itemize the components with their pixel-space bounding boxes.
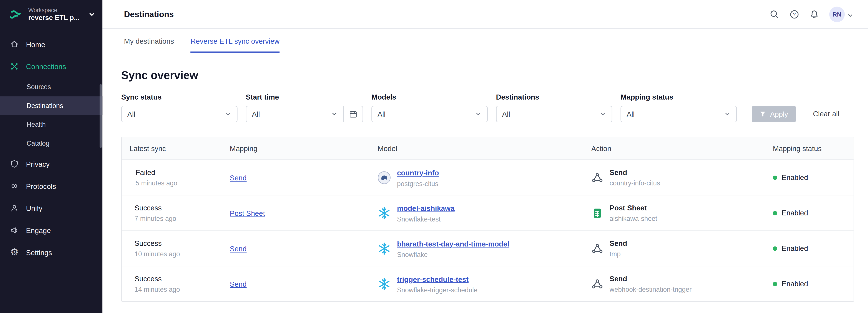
mapping-cell: Send xyxy=(222,279,370,289)
sidebar-item-home[interactable]: Home xyxy=(0,33,102,56)
workspace-name: reverse ETL p... xyxy=(28,14,83,22)
action-target: webhook-destination-trigger xyxy=(610,285,691,293)
sidebar-item-settings[interactable]: ⚙ Settings xyxy=(0,242,102,264)
select-value: All xyxy=(377,110,385,118)
page-header-title: Destinations xyxy=(124,9,174,19)
mapping-status-cell: Enabled xyxy=(765,173,854,182)
sidebar-item-label: Settings xyxy=(26,248,52,256)
sidebar-item-privacy[interactable]: Privacy xyxy=(0,153,102,175)
mapping-status-select[interactable]: All xyxy=(620,106,737,122)
sidebar-item-protocols[interactable]: Protocols xyxy=(0,175,102,197)
connections-icon xyxy=(10,62,19,71)
sidebar-item-destinations[interactable]: Destinations xyxy=(0,96,102,115)
sidebar-item-label: Home xyxy=(26,40,45,49)
mapping-status-label: Enabled xyxy=(782,173,808,182)
sidebar-item-engage[interactable]: Engage xyxy=(0,219,102,242)
sync-status-select[interactable]: All xyxy=(121,106,238,122)
user-menu[interactable]: RN xyxy=(829,6,854,22)
sidebar-item-label: Engage xyxy=(26,226,51,234)
latest-sync-cell: Success 10 minutes ago xyxy=(122,239,222,258)
filter-label: Destinations xyxy=(496,93,612,101)
funnel-icon xyxy=(760,111,766,117)
column-mapping-status: Mapping status xyxy=(765,144,854,153)
select-value: All xyxy=(127,110,135,118)
filter-destinations: Destinations All xyxy=(496,93,612,122)
action-cell: Send tmp xyxy=(584,239,765,258)
table-header: Latest sync Mapping Model Action Mapping… xyxy=(122,137,854,160)
start-time-select[interactable]: All xyxy=(246,106,343,122)
sidebar-item-label: Unify xyxy=(26,204,42,212)
sidebar-item-label: Sources xyxy=(27,83,51,91)
action-name: Send xyxy=(610,239,627,248)
snowflake-icon xyxy=(378,277,391,290)
bell-icon[interactable] xyxy=(809,9,819,19)
filter-label: Start time xyxy=(246,93,363,101)
help-icon[interactable]: ? xyxy=(789,9,799,19)
chevron-down-icon xyxy=(331,111,338,117)
model-link[interactable]: country-info xyxy=(397,169,439,177)
column-model: Model xyxy=(370,144,584,153)
sync-time: 14 minutes ago xyxy=(134,285,180,293)
sidebar-item-unify[interactable]: Unify xyxy=(0,197,102,219)
sync-status: Success xyxy=(134,274,180,283)
mapping-cell: Post Sheet xyxy=(222,208,370,218)
tab-reverse-etl-sync-overview[interactable]: Reverse ETL sync overview xyxy=(191,37,279,53)
mapping-link[interactable]: Send xyxy=(230,280,246,288)
models-select[interactable]: All xyxy=(371,106,488,122)
mapping-link[interactable]: Post Sheet xyxy=(230,209,265,217)
filter-label: Models xyxy=(371,93,488,101)
postgres-icon xyxy=(378,171,391,184)
table-row: Success 10 minutes ago Send bharath-test… xyxy=(122,231,854,266)
filter-models: Models All xyxy=(371,93,488,122)
model-link[interactable]: bharath-test-day-and-time-model xyxy=(397,240,509,248)
model-link[interactable]: trigger-schedule-test xyxy=(397,275,469,283)
rudderstack-logo-icon xyxy=(8,7,23,22)
sidebar-item-health[interactable]: Health xyxy=(0,115,102,134)
mapping-link[interactable]: Send xyxy=(230,174,246,182)
chevron-down-icon xyxy=(475,111,482,117)
sidebar-item-sources[interactable]: Sources xyxy=(0,77,102,96)
column-mapping: Mapping xyxy=(222,144,370,153)
main-content: Destinations ? RN My xyxy=(102,0,868,313)
table-row: Success 7 minutes ago Post Sheet model-a… xyxy=(122,195,854,231)
mapping-cell: Send xyxy=(222,243,370,253)
app-root: Workspace reverse ETL p... Home Connecti… xyxy=(0,0,868,313)
mapping-status-label: Enabled xyxy=(782,244,808,252)
workspace-switcher[interactable]: Workspace reverse ETL p... xyxy=(0,0,102,29)
model-link[interactable]: model-aishikawa xyxy=(397,204,455,212)
gear-icon: ⚙ xyxy=(10,248,19,257)
filter-start-time: Start time All xyxy=(246,93,363,122)
sidebar: Workspace reverse ETL p... Home Connecti… xyxy=(0,0,102,313)
clear-all-link[interactable]: Clear all xyxy=(813,106,839,122)
sidebar-item-connections[interactable]: Connections xyxy=(0,56,102,77)
person-icon xyxy=(10,204,19,213)
model-source: Snowflake-trigger-schedule xyxy=(397,286,477,294)
sidebar-item-catalog[interactable]: Catalog xyxy=(0,134,102,153)
search-icon[interactable] xyxy=(770,9,779,19)
calendar-button[interactable] xyxy=(343,106,363,122)
workspace-label: Workspace xyxy=(28,7,83,14)
apply-button[interactable]: Apply xyxy=(752,106,796,122)
sidebar-scrollbar[interactable] xyxy=(99,84,102,148)
filter-sync-status: Sync status All xyxy=(121,93,238,122)
filter-bar: Sync status All Start time All xyxy=(102,93,868,122)
avatar[interactable]: RN xyxy=(829,6,845,22)
sync-status: Success xyxy=(134,239,180,248)
tab-bar: My destinations Reverse ETL sync overvie… xyxy=(102,37,868,53)
mapping-status-label: Enabled xyxy=(782,209,808,217)
enabled-dot-icon xyxy=(773,211,777,215)
destinations-select[interactable]: All xyxy=(496,106,612,122)
tab-my-destinations[interactable]: My destinations xyxy=(124,37,174,53)
mapping-status-cell: Enabled xyxy=(765,244,854,252)
model-cell: model-aishikawa Snowflake-test xyxy=(370,203,584,223)
mapping-status-cell: Enabled xyxy=(765,209,854,217)
mapping-link[interactable]: Send xyxy=(230,245,246,253)
start-time-control: All xyxy=(246,106,363,122)
table-row: Failed 5 minutes ago Send country-info p… xyxy=(122,160,854,195)
failed-icon xyxy=(129,170,131,180)
top-bar-actions: ? RN xyxy=(770,6,854,22)
filter-label: Mapping status xyxy=(620,93,737,101)
sidebar-nav: Home Connections Sources Destinations He… xyxy=(0,29,102,263)
snowflake-icon xyxy=(378,242,391,255)
protocols-icon xyxy=(10,182,19,190)
